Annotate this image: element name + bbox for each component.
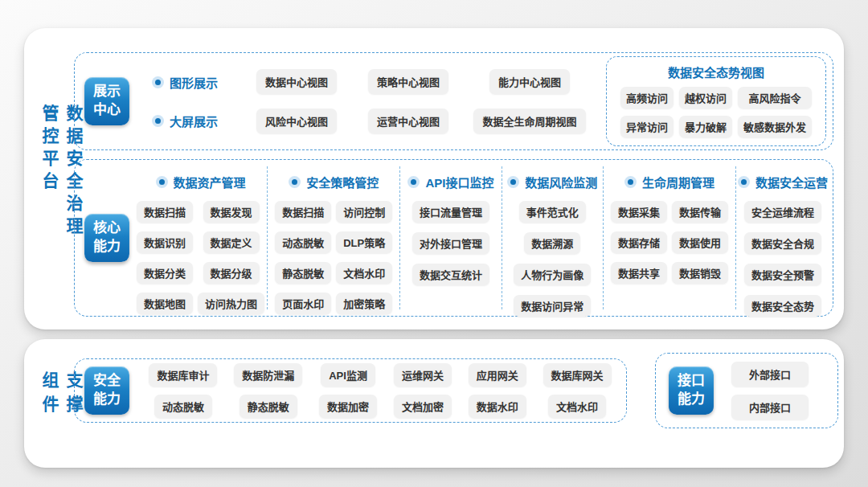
capability-pill: 数据识别: [137, 231, 193, 253]
core-columns: 数据资产管理 数据扫描 数据发现 数据识别 数据定义 数据分类 数据分级 数据地…: [134, 166, 829, 309]
core-column-title: 生命周期管理: [642, 174, 714, 190]
display-mode-bigscreen: 大屏展示: [152, 113, 235, 129]
situation-pill: 异常访问: [620, 116, 674, 137]
capability-pill: 加密策略: [336, 293, 392, 314]
core-column-title: API接口监控: [425, 174, 493, 190]
core-column-items: 数据采集 数据传输 数据存储 数据使用 数据共享 数据销毁: [611, 201, 728, 284]
capability-pill: 数据扫描: [275, 201, 331, 223]
security-capability-panel: 安全 能力 数据库审计 数据防泄漏 API监测 运维网关 应用网关 数据库网关 …: [74, 358, 627, 423]
bullet-icon: [507, 176, 519, 188]
core-capability-badge: 核心 能力: [84, 214, 129, 262]
security-pill: 数据防泄漏: [234, 363, 302, 387]
security-pill: API监测: [321, 363, 375, 387]
security-pill: 文档水印: [548, 395, 606, 418]
capability-pill: 数据使用: [672, 231, 728, 253]
core-column-data-asset: 数据资产管理 数据扫描 数据发现 数据识别 数据定义 数据分类 数据分级 数据地…: [134, 166, 267, 309]
capability-pill: 数据存储: [611, 231, 667, 253]
capability-pill: 对外接口管理: [412, 232, 489, 254]
view-pill: 能力中心视图: [489, 69, 570, 94]
capability-pill: 数据传输: [672, 201, 728, 223]
capability-pill: 接口流量管理: [412, 201, 489, 223]
capability-pill: 数据发现: [203, 201, 260, 223]
security-capability-badge: 安全 能力: [84, 366, 129, 415]
capability-pill: 文档水印: [336, 262, 392, 284]
security-pill: 数据水印: [469, 395, 526, 418]
core-column-items: 接口流量管理 对外接口管理 数据交互统计: [412, 201, 489, 285]
capability-pill: 数据分级: [203, 262, 260, 284]
core-column-header: API接口监控: [407, 174, 493, 190]
core-column-header: 数据资产管理: [156, 174, 246, 190]
security-pill: 文档加密: [394, 395, 452, 418]
view-pill: 运营中心视图: [368, 108, 448, 133]
display-mode-label: 大屏展示: [170, 113, 218, 129]
security-pill: 数据加密: [319, 395, 377, 418]
situation-pill: 暴力破解: [679, 116, 732, 137]
support-card: 支撑组件 安全 能力 数据库审计 数据防泄漏 API监测 运维网关 应用网关 数…: [24, 339, 844, 468]
core-column-lifecycle: 生命周期管理 数据采集 数据传输 数据存储 数据使用 数据共享 数据销毁: [603, 166, 735, 309]
core-column-title: 数据安全运营: [755, 174, 828, 190]
security-pill: 数据库网关: [543, 363, 612, 387]
interface-capability-panel: 接口 能力 外部接口 内部接口: [655, 353, 838, 428]
capability-pill: 数据地图: [137, 293, 193, 314]
situation-pill: 越权访问: [679, 87, 732, 108]
capability-pill: 访问控制: [336, 201, 392, 223]
view-pill: 数据全生命周期视图: [473, 108, 585, 133]
bullet-icon: [289, 176, 301, 188]
core-column-api-monitor: API接口监控 接口流量管理 对外接口管理 数据交互统计: [399, 166, 501, 309]
capability-pill: 数据安全预警: [744, 264, 821, 285]
capability-pill: 数据溯源: [524, 232, 580, 254]
view-pill: 风险中心视图: [256, 108, 337, 133]
interface-capability-badge: 接口 能力: [669, 366, 714, 415]
core-column-operations: 数据安全运营 安全运维流程 数据安全合规 数据安全预警 数据安全态势: [735, 166, 829, 309]
security-pill: 静态脱敏: [240, 395, 297, 418]
core-column-items: 安全运维流程 数据安全合规 数据安全预警 数据安全态势: [744, 201, 821, 317]
core-column-title: 数据资产管理: [174, 174, 246, 190]
interface-capability-items: 外部接口 内部接口: [731, 362, 809, 419]
core-column-risk-monitor: 数据风险监测 事件范式化 数据溯源 人物行为画像 数据访问异常: [502, 166, 603, 309]
security-pill: 动态脱敏: [154, 395, 212, 418]
core-column-items: 事件范式化 数据溯源 人物行为画像 数据访问异常: [514, 201, 591, 317]
security-situation-title: 数据安全态势视图: [613, 63, 819, 80]
core-capability-panel: 核心 能力 数据资产管理 数据扫描 数据发现 数据识别 数据定义 数据分类 数据…: [74, 159, 833, 317]
core-column-items: 数据扫描 数据发现 数据识别 数据定义 数据分类 数据分级 数据地图 访问热力图: [137, 201, 264, 314]
core-column-policy: 安全策略管控 数据扫描 访问控制 动态脱敏 DLP策略 静态脱敏 文档水印 页面…: [267, 166, 399, 309]
situation-pill: 敏感数据外发: [738, 116, 812, 137]
capability-pill: 人物行为画像: [514, 264, 591, 285]
interface-pill: 内部接口: [731, 395, 809, 419]
security-situation-items: 高频访问 越权访问 高风险指令 异常访问 暴力破解 敏感数据外发: [613, 87, 819, 137]
situation-pill: 高频访问: [620, 87, 674, 108]
capability-pill: 数据销毁: [672, 262, 728, 284]
core-column-header: 生命周期管理: [624, 174, 714, 190]
security-pill: 运维网关: [394, 363, 452, 387]
security-capability-items: 数据库审计 数据防泄漏 API监测 运维网关 应用网关 数据库网关 动态脱敏 静…: [145, 363, 615, 418]
bullet-icon: [407, 176, 420, 188]
platform-card: 数据安全治理管控平台 展示 中心 图形展示 大屏展示 数据中心视图 策略中心视图…: [24, 28, 844, 329]
view-pill: 数据中心视图: [256, 69, 337, 94]
capability-pill: 数据定义: [203, 231, 260, 253]
situation-pill: 高风险指令: [738, 87, 812, 108]
capability-pill: 访问热力图: [198, 293, 264, 314]
bullet-icon: [152, 115, 164, 127]
view-pills: 数据中心视图 策略中心视图 能力中心视图 风险中心视图 运营中心视图 数据全生命…: [241, 69, 595, 133]
capability-pill: 安全运维流程: [744, 201, 821, 223]
capability-pill: 数据安全合规: [744, 232, 821, 254]
core-column-header: 数据安全运营: [738, 174, 828, 190]
bullet-icon: [624, 176, 637, 188]
capability-pill: 事件范式化: [519, 201, 586, 223]
bullet-icon: [152, 76, 164, 88]
interface-pill: 外部接口: [731, 362, 809, 387]
core-column-title: 数据风险监测: [525, 174, 597, 190]
core-column-title: 安全策略管控: [306, 174, 379, 190]
capability-pill: 数据安全态势: [744, 295, 821, 317]
capability-pill: 动态脱敏: [275, 231, 331, 253]
view-pill: 策略中心视图: [368, 69, 448, 94]
core-column-header: 安全策略管控: [289, 174, 379, 190]
capability-pill: 静态脱敏: [275, 262, 331, 284]
core-column-header: 数据风险监测: [507, 174, 597, 190]
security-pill: 数据库审计: [149, 363, 217, 387]
display-center-panel: 展示 中心 图形展示 大屏展示 数据中心视图 策略中心视图 能力中心视图 风险中…: [74, 52, 833, 150]
capability-pill: 数据分类: [137, 262, 193, 284]
security-situation-panel: 数据安全态势视图 高频访问 越权访问 高风险指令 异常访问 暴力破解 敏感数据外…: [606, 56, 826, 146]
display-modes: 图形展示 大屏展示: [152, 74, 235, 129]
capability-pill: DLP策略: [336, 231, 392, 253]
